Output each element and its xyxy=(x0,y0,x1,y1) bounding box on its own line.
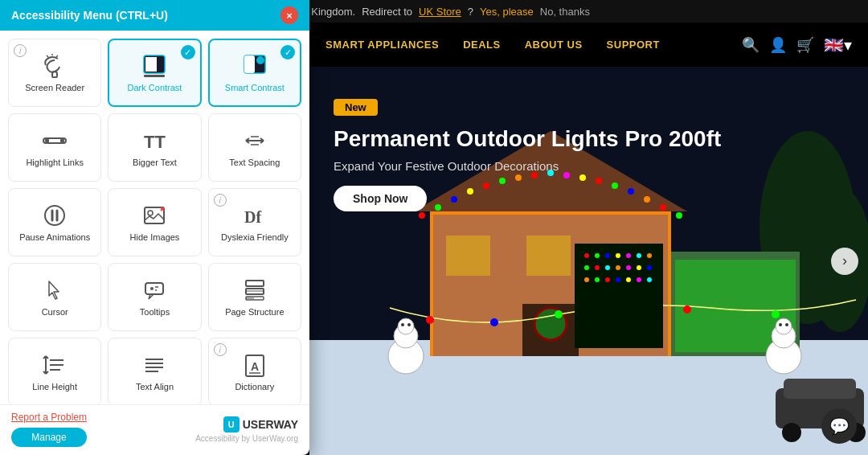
svg-rect-52 xyxy=(575,244,663,348)
manage-button[interactable]: Manage xyxy=(11,428,87,447)
userway-brand: U USERWAY xyxy=(223,416,298,432)
svg-point-102 xyxy=(150,287,154,290)
svg-point-53 xyxy=(584,253,589,258)
hero-content: New Permanent Outdoor Lights Pro 200ft E… xyxy=(334,99,721,211)
panel-close-button[interactable]: × xyxy=(280,6,298,24)
svg-rect-29 xyxy=(430,211,671,215)
bigger-text-item[interactable]: TT Bigger Text xyxy=(108,113,201,182)
screen-reader-item[interactable]: i Screen Reader xyxy=(8,39,101,107)
nav-about-us[interactable]: ABOUT US xyxy=(525,39,583,51)
svg-point-12 xyxy=(419,212,425,219)
svg-rect-101 xyxy=(145,283,163,294)
dark-contrast-label: Dark Contrast xyxy=(128,83,182,92)
svg-point-32 xyxy=(426,316,434,324)
svg-point-69 xyxy=(605,277,610,282)
new-badge: New xyxy=(334,99,378,116)
svg-point-73 xyxy=(647,277,652,282)
dictionary-icon: A xyxy=(243,353,267,377)
userway-name-text: USERWAY xyxy=(243,418,298,431)
svg-point-34 xyxy=(555,310,563,318)
carousel-next-arrow[interactable]: › xyxy=(831,248,858,275)
svg-point-72 xyxy=(637,277,641,282)
svg-rect-78 xyxy=(144,75,165,77)
flag-icon[interactable]: 🇬🇧▾ xyxy=(824,35,852,55)
notif-text3: ? xyxy=(468,6,473,18)
svg-text:TT: TT xyxy=(144,132,166,152)
svg-point-68 xyxy=(595,277,600,282)
dictionary-info-icon: i xyxy=(214,343,227,356)
tooltips-icon xyxy=(142,278,166,302)
svg-point-37 xyxy=(772,310,780,318)
bigger-text-icon: TT xyxy=(142,129,166,153)
yes-btn[interactable]: Yes, please xyxy=(480,6,534,18)
panel-footer: Report a Problem Manage U USERWAY Access… xyxy=(0,404,309,455)
tooltips-item[interactable]: Tooltips xyxy=(108,263,201,331)
account-icon[interactable]: 👤 xyxy=(769,36,787,54)
cart-icon[interactable]: 🛒 xyxy=(796,36,814,54)
panel-title: Accessibility Menu (CTRL+U) xyxy=(11,9,168,22)
svg-rect-105 xyxy=(246,281,264,286)
svg-rect-80 xyxy=(244,55,255,73)
hide-images-item[interactable]: Hide Images xyxy=(108,188,201,256)
svg-point-41 xyxy=(401,323,404,326)
svg-point-61 xyxy=(595,265,600,270)
svg-rect-9 xyxy=(526,236,571,276)
panel-header: Accessibility Menu (CTRL+U) × xyxy=(0,0,309,31)
panel-grid: i Screen Reader ✓ Dark Contrast ✓ xyxy=(0,31,309,404)
userway-icon: U xyxy=(223,416,240,432)
hide-images-label: Hide Images xyxy=(130,232,180,242)
shop-now-button[interactable]: Shop Now xyxy=(334,186,427,211)
smart-contrast-icon xyxy=(243,54,267,78)
svg-point-46 xyxy=(779,323,782,326)
hero-area: New Permanent Outdoor Lights Pro 200ft E… xyxy=(309,67,868,455)
search-icon[interactable]: 🔍 xyxy=(742,36,760,54)
svg-point-54 xyxy=(595,253,600,258)
text-spacing-item[interactable]: Text Spacing xyxy=(208,113,301,182)
svg-point-60 xyxy=(584,265,589,270)
highlight-links-item[interactable]: Highlight Links xyxy=(8,113,101,182)
page-structure-item[interactable]: Page Structure xyxy=(208,263,301,331)
svg-point-62 xyxy=(605,265,610,270)
dictionary-item[interactable]: i A Dictionary xyxy=(208,338,301,404)
pause-animations-icon xyxy=(43,203,67,228)
highlight-links-icon xyxy=(43,129,67,153)
text-align-label: Text Align xyxy=(136,382,174,391)
text-align-item[interactable]: Text Align xyxy=(108,338,201,404)
svg-point-55 xyxy=(605,253,610,258)
info-icon: i xyxy=(14,44,27,57)
userway-subtitle: Accessibility by UserWay.org xyxy=(195,434,298,443)
hide-images-icon xyxy=(142,203,166,228)
svg-point-47 xyxy=(785,323,788,326)
dark-contrast-item[interactable]: ✓ Dark Contrast xyxy=(108,39,201,107)
nav-support[interactable]: SUPPORT xyxy=(607,39,660,51)
chat-icon[interactable]: 💬 xyxy=(821,408,857,444)
pause-animations-item[interactable]: Pause Animations xyxy=(8,188,101,256)
uk-store-link[interactable]: UK Store xyxy=(419,6,461,18)
nav-icons: 🔍 👤 🛒 🇬🇧▾ xyxy=(742,35,852,55)
svg-point-97 xyxy=(148,211,153,215)
line-height-item[interactable]: Line Height xyxy=(8,338,101,404)
svg-point-64 xyxy=(626,265,631,270)
line-height-icon xyxy=(43,353,67,377)
svg-point-58 xyxy=(637,253,641,258)
svg-point-65 xyxy=(637,265,641,270)
accessibility-panel: Accessibility Menu (CTRL+U) × i Screen R… xyxy=(0,0,309,455)
svg-point-42 xyxy=(407,323,411,326)
hero-subtitle: Expand Your Festive Outdoor Decorations xyxy=(334,159,721,173)
svg-point-45 xyxy=(776,318,792,334)
bigger-text-label: Bigger Text xyxy=(133,158,177,167)
svg-point-93 xyxy=(45,206,64,225)
smart-contrast-item[interactable]: ✓ Smart Contrast xyxy=(208,39,301,107)
report-problem-link[interactable]: Report a Problem xyxy=(11,412,87,423)
svg-point-33 xyxy=(490,318,498,326)
svg-point-56 xyxy=(616,253,620,258)
cursor-item[interactable]: Cursor xyxy=(8,263,101,331)
no-btn[interactable]: No, thanks xyxy=(540,6,590,18)
nav-deals[interactable]: DEALS xyxy=(463,39,501,51)
nav-bar: SMART APPLIANCES DEALS ABOUT US SUPPORT … xyxy=(309,23,868,67)
svg-rect-31 xyxy=(668,211,671,356)
footer-left: Report a Problem Manage xyxy=(11,412,87,447)
nav-smart-appliances[interactable]: SMART APPLIANCES xyxy=(326,39,439,51)
svg-rect-77 xyxy=(145,57,157,72)
dyslexia-friendly-item[interactable]: i Df Dyslexia Friendly xyxy=(208,188,301,256)
